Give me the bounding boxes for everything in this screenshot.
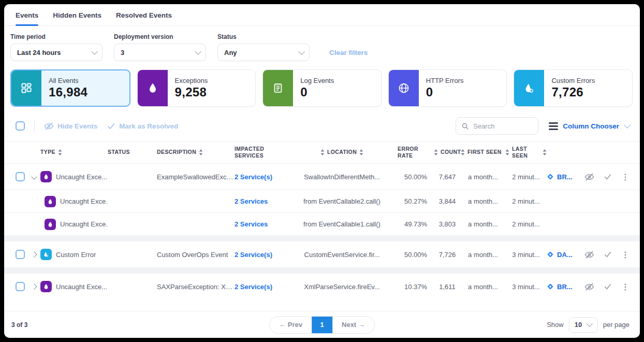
expand-row-icon[interactable] xyxy=(31,283,37,289)
table-row[interactable]: Custom Error Custom OverOps Event 2 Serv… xyxy=(4,241,640,267)
type-label: Custom Error xyxy=(56,251,96,259)
row-menu-icon[interactable]: ⋮ xyxy=(621,282,630,292)
table-header-row: TYPE STATUS DESCRIPTION IMPACTED SERVICE… xyxy=(4,141,640,164)
location-cell: from EventCallable2.call() xyxy=(286,197,398,205)
resolve-event-icon[interactable] xyxy=(604,250,612,259)
row-menu-icon[interactable]: ⋮ xyxy=(621,172,630,182)
sort-icon[interactable] xyxy=(505,149,509,155)
card-value: 16,984 xyxy=(49,85,87,99)
table-subrow[interactable]: Uncaught Exce... 2 Services from EventCa… xyxy=(4,190,640,212)
row-menu-icon[interactable]: ⋮ xyxy=(621,250,630,260)
mark-resolved-label: Mark as Resolved xyxy=(119,122,178,130)
resolve-event-icon[interactable] xyxy=(604,173,612,181)
services-link[interactable]: 2 Service(s) xyxy=(235,251,286,259)
last-seen-cell: 2 minut... xyxy=(505,197,547,205)
last-seen-cell: 2 minut... xyxy=(505,220,547,228)
jira-ticket-link[interactable]: DA... xyxy=(547,251,584,259)
tab-hidden-events[interactable]: Hidden Events xyxy=(53,11,101,25)
card-http-errors[interactable]: HTTP Errors 0 xyxy=(388,69,507,107)
hide-events-button[interactable]: Hide Events xyxy=(44,121,97,131)
services-link[interactable]: 2 Services xyxy=(235,197,286,205)
sort-icon[interactable] xyxy=(461,149,465,155)
table-subrow[interactable]: Uncaught Exce... 2 Services from EventCa… xyxy=(4,212,640,235)
table-row[interactable]: Uncaught Exce... ExampleSwallowedExcepti… xyxy=(4,164,640,190)
sort-icon[interactable] xyxy=(434,149,438,155)
row-checkbox[interactable] xyxy=(16,250,25,259)
time-period-select[interactable]: Last 24 hours xyxy=(10,44,103,61)
status-filter: Status Any xyxy=(217,33,310,61)
hide-event-icon[interactable] xyxy=(584,250,594,260)
ticket-label: BR... xyxy=(557,173,573,181)
sort-icon[interactable] xyxy=(58,149,62,155)
card-label: HTTP Errors xyxy=(426,77,464,84)
jira-diamond-icon xyxy=(547,251,554,258)
services-link[interactable]: 2 Service(s) xyxy=(235,283,286,291)
sort-icon[interactable] xyxy=(543,149,547,155)
card-log-events[interactable]: Log Events 0 xyxy=(262,69,382,107)
header-description[interactable]: DESCRIPTION xyxy=(157,149,235,155)
header-error-rate[interactable]: ERROR RATE xyxy=(398,146,421,159)
jira-ticket-link[interactable]: BR... xyxy=(547,173,584,181)
error-rate-cell: 49.73% xyxy=(398,220,434,228)
prev-page-button[interactable]: ← Prev xyxy=(270,317,312,333)
tab-resolved-events[interactable]: Resolved Events xyxy=(116,11,172,25)
custom-error-icon xyxy=(514,70,544,106)
description-cell: Custom OverOps Event xyxy=(157,251,235,259)
tab-events[interactable]: Events xyxy=(16,11,38,25)
resolve-event-icon[interactable] xyxy=(604,282,612,291)
header-last-seen[interactable]: LAST SEEN xyxy=(505,146,547,159)
services-link[interactable]: 2 Service(s) xyxy=(235,173,286,181)
card-all-events[interactable]: All Events 16,984 xyxy=(10,69,130,107)
mark-resolved-button[interactable]: Mark as Resolved xyxy=(107,122,178,131)
card-body: HTTP Errors 0 xyxy=(419,70,471,106)
status-value: Any xyxy=(224,49,237,56)
hide-event-icon[interactable] xyxy=(584,282,594,292)
column-chooser-button[interactable]: Column Chooser xyxy=(549,122,628,130)
error-rate-cell: 50.27% xyxy=(398,197,434,205)
header-first-seen[interactable]: FIRST SEEN xyxy=(461,149,505,155)
table-row[interactable]: Uncaught Exce... SAXParseException: XML … xyxy=(4,274,640,300)
row-checkbox[interactable] xyxy=(16,282,25,291)
pagination: ← Prev 1 Next → xyxy=(269,316,375,334)
type-cell: Uncaught Exce... xyxy=(40,196,108,207)
collapse-row-icon[interactable] xyxy=(31,174,37,179)
time-period-filter: Time period Last 24 hours xyxy=(10,33,103,61)
header-location[interactable]: LOCATION xyxy=(286,149,398,155)
ticket-label: BR... xyxy=(557,283,573,291)
header-count[interactable]: COUNT xyxy=(434,149,461,155)
jira-diamond-icon xyxy=(547,283,554,290)
row-checkbox[interactable] xyxy=(16,172,25,181)
card-body: Custom Errors 7,726 xyxy=(544,70,602,106)
status-select[interactable]: Any xyxy=(217,44,310,61)
sort-icon[interactable] xyxy=(359,149,363,155)
select-all-checkbox[interactable] xyxy=(16,121,25,131)
location-cell: CustomEventService.fir... xyxy=(286,251,398,259)
card-body: Log Events 0 xyxy=(293,70,341,106)
card-value: 9,258 xyxy=(175,85,208,99)
header-type[interactable]: TYPE xyxy=(40,149,108,155)
first-seen-cell: a month... xyxy=(461,197,505,205)
per-page-select[interactable]: 10 xyxy=(569,317,598,333)
clear-filters-button[interactable]: Clear filters xyxy=(329,49,368,56)
row-actions: ⋮ xyxy=(584,250,633,260)
jira-ticket-link[interactable]: BR... xyxy=(547,283,584,291)
last-seen-cell: 3 minut... xyxy=(505,251,547,259)
count-cell: 1,611 xyxy=(434,283,461,291)
sort-icon[interactable] xyxy=(199,149,203,155)
row-group-separator xyxy=(4,235,640,241)
expand-row-icon[interactable] xyxy=(31,251,37,257)
card-value: 7,726 xyxy=(551,85,595,99)
hide-event-icon[interactable] xyxy=(584,172,594,182)
card-custom-errors[interactable]: Custom Errors 7,726 xyxy=(514,69,633,107)
header-impacted-services[interactable]: IMPACTED SERVICES xyxy=(235,146,272,159)
count-cell: 3,803 xyxy=(434,220,461,228)
header-status[interactable]: STATUS xyxy=(108,149,157,155)
search-input[interactable] xyxy=(473,122,530,130)
next-page-button[interactable]: Next → xyxy=(332,317,374,333)
deployment-version-select[interactable]: 3 xyxy=(114,44,206,61)
card-value: 0 xyxy=(426,85,464,99)
current-page-button[interactable]: 1 xyxy=(312,317,332,333)
sort-icon[interactable] xyxy=(320,149,325,155)
card-exceptions[interactable]: Exceptions 9,258 xyxy=(137,69,256,107)
services-link[interactable]: 2 Services xyxy=(235,220,286,228)
